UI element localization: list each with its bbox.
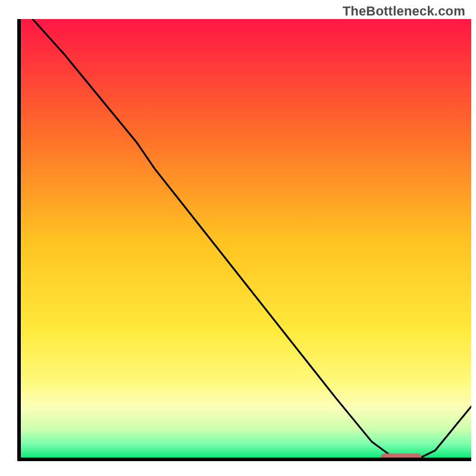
bottleneck-chart	[0, 0, 476, 476]
gradient-background	[19, 19, 471, 459]
chart-frame: TheBottleneck.com	[0, 0, 476, 476]
plot-area	[19, 19, 471, 461]
